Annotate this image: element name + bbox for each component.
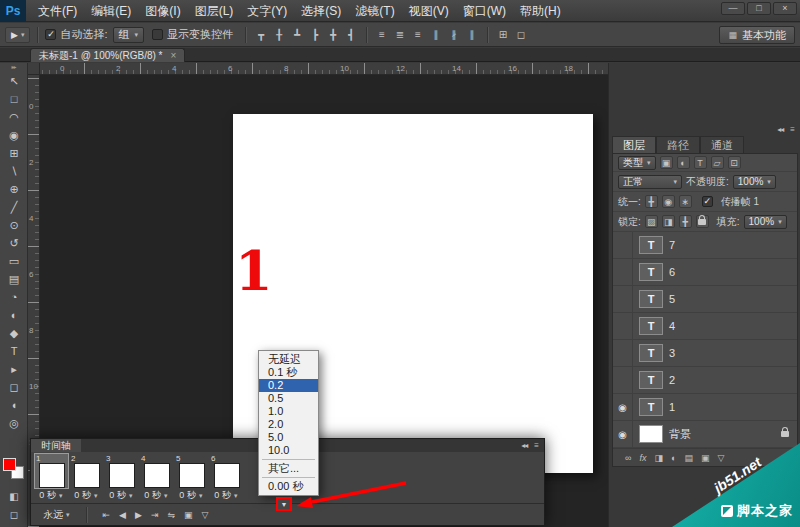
document-tab[interactable]: 未标题-1 @ 100%(RGB/8) * × xyxy=(30,48,185,62)
timeline-frame-1[interactable]: 1 xyxy=(35,454,68,488)
delay-option-other[interactable]: 其它... xyxy=(259,462,318,475)
history-brush-tool[interactable]: ↺ xyxy=(0,234,28,252)
filter-shape-icon[interactable]: ▱ xyxy=(711,156,724,169)
tab-paths[interactable]: 路径 xyxy=(656,136,700,153)
menu-file[interactable]: 文件(F) xyxy=(31,0,84,22)
align-left-icon[interactable]: ┣ xyxy=(307,27,323,43)
distribute-bottom-icon[interactable]: ≡ xyxy=(410,27,426,43)
timeline-frame-6[interactable]: 6 xyxy=(210,454,243,488)
layer-mask-icon[interactable]: ◨ xyxy=(654,453,663,463)
layer-row[interactable]: ◉ T 6 xyxy=(613,259,797,286)
dodge-tool[interactable]: ◐ xyxy=(0,306,28,324)
eyedropper-tool[interactable]: ∖ xyxy=(0,162,28,180)
timeline-frame-4[interactable]: 4 xyxy=(140,454,173,488)
layer-style-icon[interactable]: fx xyxy=(639,453,646,463)
crop-tool[interactable]: ⊞ xyxy=(0,144,28,162)
delay-option-0-5[interactable]: 0.5 xyxy=(259,392,318,405)
delay-option-5-0[interactable]: 5.0 xyxy=(259,431,318,444)
tab-timeline[interactable]: 时间轴 xyxy=(31,439,81,452)
layer-row[interactable]: ◉ T 7 xyxy=(613,232,797,259)
eraser-tool[interactable]: ▭ xyxy=(0,252,28,270)
distribute-right-icon[interactable]: ∥ xyxy=(464,27,480,43)
layer-row[interactable]: ◉ T 5 xyxy=(613,286,797,313)
previous-frame-button[interactable]: ◀ xyxy=(119,510,126,520)
foreground-color-swatch[interactable] xyxy=(3,458,16,471)
first-frame-button[interactable]: ⇤ xyxy=(103,510,111,520)
menu-window[interactable]: 窗口(W) xyxy=(456,0,513,22)
panel-menu-icon[interactable]: ≡ xyxy=(790,125,794,134)
loop-option-dropdown[interactable]: 永远 ▾ xyxy=(43,508,70,522)
delay-option-0-1s[interactable]: 0.1 秒 xyxy=(259,366,318,379)
frame-delay-selector[interactable]: 0 秒 ▼ xyxy=(105,489,138,502)
frame-delay-selector[interactable]: 0 秒 ▼ xyxy=(35,489,68,502)
distribute-center-icon[interactable]: ∦ xyxy=(446,27,462,43)
lasso-tool[interactable]: ◠ xyxy=(0,108,28,126)
filter-smart-icon[interactable]: ⊡ xyxy=(728,156,741,169)
propagate-frame-checkbox[interactable]: ✓ xyxy=(702,196,713,207)
menu-select[interactable]: 选择(S) xyxy=(294,0,348,22)
tween-button[interactable]: ⇋ xyxy=(167,510,175,520)
lock-pixels-icon[interactable]: ◨ xyxy=(662,215,675,228)
delay-option-10-0[interactable]: 10.0 xyxy=(259,444,318,457)
align-center-icon[interactable]: ╋ xyxy=(325,27,341,43)
lock-transparent-icon[interactable]: ▨ xyxy=(645,215,658,228)
visibility-toggle[interactable]: ◉ xyxy=(613,394,633,420)
align-right-icon[interactable]: ┫ xyxy=(343,27,359,43)
frame-delay-selector[interactable]: 0 秒 ▼ xyxy=(70,489,103,502)
tab-layers[interactable]: 图层 xyxy=(612,136,656,153)
workspace-3d-icon[interactable]: ◻ xyxy=(513,27,529,43)
delay-option-0-2[interactable]: 0.2 xyxy=(259,379,318,392)
unify-position-icon[interactable]: ╋ xyxy=(645,195,658,208)
frame-delay-caret[interactable]: ▼ xyxy=(276,497,292,511)
visibility-toggle[interactable]: ◉ xyxy=(613,286,633,312)
fill-dropdown[interactable]: 100% ▾ xyxy=(744,215,787,229)
auto-select-target-dropdown[interactable]: 组 ▾ xyxy=(113,27,145,43)
distribute-left-icon[interactable]: ∥ xyxy=(428,27,444,43)
opacity-dropdown[interactable]: 100% ▾ xyxy=(733,175,776,189)
quick-mask-icon[interactable]: ◧ xyxy=(0,488,28,504)
delay-option-2-0[interactable]: 2.0 xyxy=(259,418,318,431)
collapse-panels-icon[interactable]: ◂◂ xyxy=(777,125,783,134)
unify-visibility-icon[interactable]: ◉ xyxy=(662,195,675,208)
hand-tool[interactable]: ◖ xyxy=(0,396,28,414)
align-middle-icon[interactable]: ╂ xyxy=(271,27,287,43)
lock-position-icon[interactable]: ╋ xyxy=(679,215,692,228)
visibility-toggle[interactable]: ◉ xyxy=(613,313,633,339)
zoom-tool[interactable]: ◎ xyxy=(0,414,28,432)
timeline-frame-2[interactable]: 2 xyxy=(70,454,103,488)
menu-image[interactable]: 图像(I) xyxy=(138,0,187,22)
path-selection-tool[interactable]: ▸ xyxy=(0,360,28,378)
unify-style-icon[interactable]: ∗ xyxy=(679,195,692,208)
visibility-toggle[interactable]: ◉ xyxy=(613,367,633,393)
menu-layer[interactable]: 图层(L) xyxy=(188,0,241,22)
screen-mode-icon[interactable]: ◻ xyxy=(0,506,28,522)
align-top-icon[interactable]: ┳ xyxy=(253,27,269,43)
filter-type-icon[interactable]: T xyxy=(694,156,707,169)
distribute-middle-icon[interactable]: ≣ xyxy=(392,27,408,43)
delay-option-1-0[interactable]: 1.0 xyxy=(259,405,318,418)
menu-type[interactable]: 文字(Y) xyxy=(240,0,294,22)
shape-tool[interactable]: ◻ xyxy=(0,378,28,396)
visibility-toggle[interactable]: ◉ xyxy=(613,340,633,366)
frame-delay-selector[interactable]: 0 秒 ▼ xyxy=(140,489,173,502)
clone-stamp-tool[interactable]: ⊙ xyxy=(0,216,28,234)
quick-selection-tool[interactable]: ◉ xyxy=(0,126,28,144)
timeline-frame-5[interactable]: 5 xyxy=(175,454,208,488)
distribute-top-icon[interactable]: ≡ xyxy=(374,27,390,43)
delay-option-current[interactable]: 0.00 秒 xyxy=(259,480,318,493)
filter-adjustment-icon[interactable]: ◐ xyxy=(677,156,690,169)
duplicate-frame-button[interactable]: ▣ xyxy=(184,510,193,520)
visibility-toggle[interactable]: ◉ xyxy=(613,259,633,285)
play-button[interactable]: ▶ xyxy=(135,510,142,520)
visibility-toggle[interactable]: ◉ xyxy=(613,232,633,258)
frame-delay-selector[interactable]: 0 秒 ▼ xyxy=(175,489,208,502)
layer-row[interactable]: ◉ T 1 xyxy=(613,394,797,421)
close-button[interactable]: × xyxy=(773,2,797,15)
workspace-switcher[interactable]: ▦ 基本功能 xyxy=(719,26,795,44)
menu-filter[interactable]: 滤镜(T) xyxy=(348,0,401,22)
delay-option-no-delay[interactable]: 无延迟 xyxy=(259,353,318,366)
frame-delay-selector[interactable]: 0 秒 ▼ xyxy=(210,489,243,502)
maximize-button[interactable]: □ xyxy=(747,2,771,15)
align-bottom-icon[interactable]: ┻ xyxy=(289,27,305,43)
tool-preset-picker[interactable]: ▶ ▾ xyxy=(5,27,30,43)
